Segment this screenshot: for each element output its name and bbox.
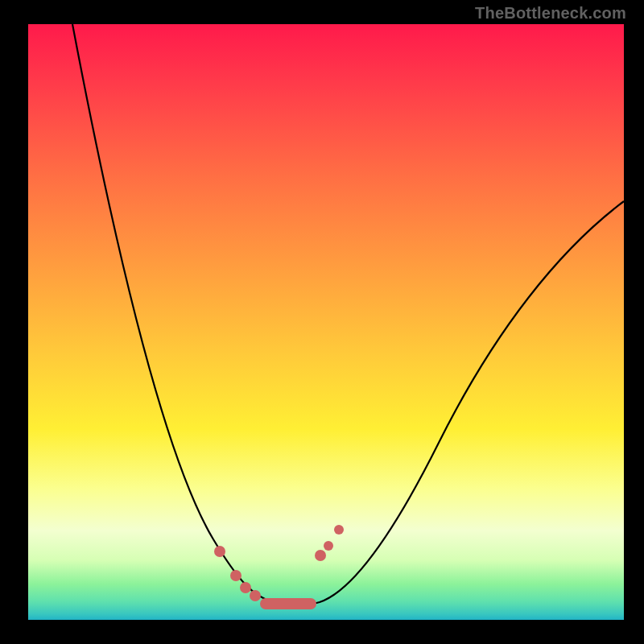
marker-point: [250, 590, 261, 601]
watermark-text: TheBottleneck.com: [475, 4, 626, 23]
marker-point: [334, 525, 344, 535]
chart-area: [28, 24, 624, 620]
marker-point: [324, 541, 333, 551]
marker-point: [315, 550, 326, 561]
marker-point: [214, 546, 225, 557]
marker-point: [240, 582, 251, 593]
curve-svg: [28, 24, 624, 620]
bottleneck-curve-path: [72, 24, 624, 605]
marker-flat-segment: [260, 598, 316, 609]
marker-point: [230, 570, 242, 581]
marker-group: [214, 525, 344, 609]
